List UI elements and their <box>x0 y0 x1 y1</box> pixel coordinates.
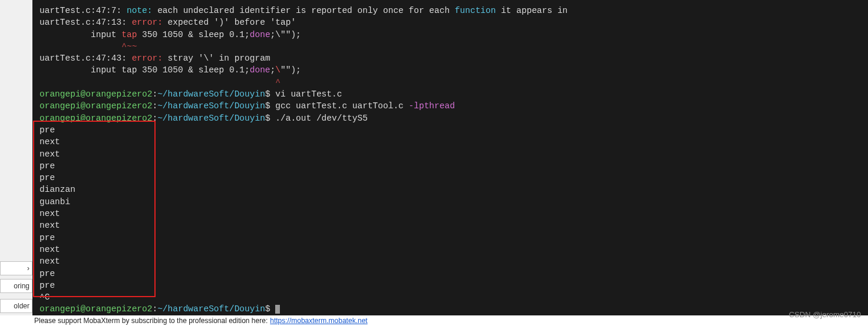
promo-link[interactable]: https://mobaxterm.mobatek.net <box>270 317 367 325</box>
program-output-line: ^C <box>39 291 861 303</box>
terminal-output[interactable]: uartTest.c:47:7: note: each undeclared i… <box>32 0 868 326</box>
program-output-line: next <box>39 136 861 148</box>
promo-text: Please support MobaXterm by subscribing … <box>34 317 268 325</box>
program-output-line: pre <box>39 160 861 172</box>
program-output-line: pre <box>39 280 861 291</box>
bottom-promo-bar: Please support MobaXterm by subscribing … <box>0 315 868 326</box>
collapse-button[interactable]: › <box>0 261 32 275</box>
prompt-line: orangepi@orangepizero2:~/hardwareSoft/Do… <box>39 100 861 112</box>
compiler-line: uartTest.c:47:43: error: stray '\' in pr… <box>39 52 861 64</box>
compiler-line: ^~~ <box>39 41 861 52</box>
program-output-line: pre <box>39 124 861 136</box>
left-item-oring[interactable]: oring <box>0 279 32 293</box>
compiler-line: uartTest.c:47:7: note: each undeclared i… <box>39 5 861 16</box>
program-output-line: dianzan <box>39 184 861 195</box>
program-output-line: pre <box>39 232 861 244</box>
program-output-line: guanbi <box>39 196 861 208</box>
compiler-line: input tap 350 1050 & sleep 0.1;done;\"")… <box>39 64 861 76</box>
cursor-block <box>275 305 280 314</box>
program-output-line: next <box>39 148 861 160</box>
compiler-line: ^ <box>39 76 861 88</box>
program-output-line: pre <box>39 268 861 280</box>
watermark-text: CSDN @jerome0710 <box>789 310 861 319</box>
compiler-line: uartTest.c:47:13: error: expected ')' be… <box>39 16 861 28</box>
left-sidebar: › oring older <box>0 0 32 326</box>
program-output-line: next <box>39 219 861 231</box>
program-output-line: next <box>39 208 861 219</box>
compiler-line: input tap 350 1050 & sleep 0.1;done;\"")… <box>39 29 861 41</box>
program-output-line: pre <box>39 172 861 184</box>
prompt-line: orangepi@orangepizero2:~/hardwareSoft/Do… <box>39 88 861 100</box>
left-item-older[interactable]: older <box>0 299 32 313</box>
program-output-line: next <box>39 244 861 255</box>
chevron-right-icon: › <box>27 264 29 272</box>
prompt-line-current: orangepi@orangepizero2:~/hardwareSoft/Do… <box>39 303 861 315</box>
prompt-line: orangepi@orangepizero2:~/hardwareSoft/Do… <box>39 112 861 124</box>
program-output-line: next <box>39 255 861 267</box>
